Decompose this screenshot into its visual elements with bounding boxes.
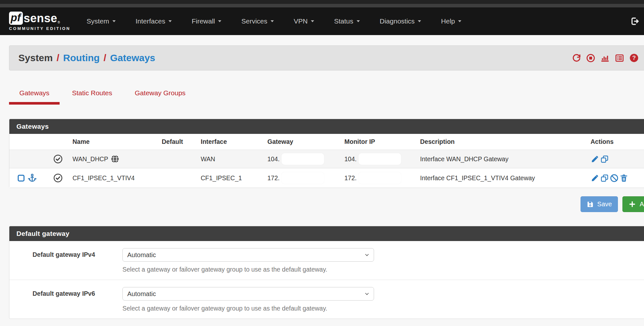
gateways-panel: Gateways Name Default Interface Gateway … [9,119,644,188]
copy-button[interactable] [600,155,609,163]
default-gateway-ipv6-label: Default gateway IPv6 [33,287,122,312]
help-icon: ? [629,53,639,63]
menu-item-firewall[interactable]: Firewall [192,17,221,25]
redaction-blur [282,153,324,165]
form-row-ipv4: Default gateway IPv4 Automatic Select a … [9,241,644,280]
globe-icon [111,154,120,163]
menu-label: Status [334,17,353,25]
save-button[interactable]: Save [581,196,618,212]
breadcrumb-separator: / [103,52,106,63]
default-gateway-ipv4-label: Default gateway IPv4 [33,248,122,273]
table-row: CF1_IPSEC_1_VTIV4 CF1_IPSEC_1 172. 172. … [9,168,644,188]
monitor-ip: 172. [344,174,357,182]
gateway-address-cell: 172. [267,172,344,184]
pfsense-wordmark: pf sense ® [9,12,71,25]
default-gateway-ipv4-select-wrap: Automatic [122,248,374,262]
copy-icon [600,174,609,182]
default-gateway-ipv6-help: Select a gateway or failover gateway gro… [122,305,644,312]
status-cell [9,150,72,168]
caret-down-icon [112,20,116,22]
stop-button[interactable] [586,53,595,63]
panel-title: Default gateway [9,226,644,241]
menu-item-vpn[interactable]: VPN [294,17,314,25]
page-content: System / Routing / Gateways [9,45,644,319]
add-label: Add [639,200,644,208]
caret-down-icon [311,20,314,22]
column-description: Description [420,138,591,145]
breadcrumb-system: System [18,52,53,63]
default-gateway-ipv6-select[interactable]: Automatic [122,287,374,301]
svg-text:?: ? [632,55,636,61]
tab-static-routes[interactable]: Static Routes [62,85,122,105]
redaction-blur [359,172,401,184]
plus-icon [629,200,636,208]
add-button[interactable]: Add [622,196,644,212]
edit-button[interactable] [591,155,599,163]
window-chrome-strip [0,4,644,7]
brand-logo[interactable]: pf sense ® COMMUNITY EDITION [9,12,71,31]
pfsense-logo-pf: pf [9,12,23,25]
disable-button[interactable] [610,174,619,182]
menu-item-services[interactable]: Services [241,17,274,25]
gateway-address-cell: 104. [267,153,344,165]
menu-item-help[interactable]: Help [441,17,461,25]
main-menu: System Interfaces Firewall Services VPN … [87,17,462,25]
copy-button[interactable] [600,174,609,182]
table-row: WAN_DHCP WAN 104. 104. [9,150,644,168]
default-gateway-ipv4-select[interactable]: Automatic [122,248,374,262]
actions-cell [591,155,644,163]
copy-icon [600,155,609,163]
logout-button[interactable] [630,16,640,26]
sign-out-icon [630,16,640,26]
column-default: Default [162,138,201,145]
redaction-blur [359,153,401,165]
log-button[interactable] [615,53,624,63]
gateway-name: CF1_IPSEC_1_VTIV4 [72,174,135,182]
check-circle-icon [53,173,63,183]
tab-gateways[interactable]: Gateways [9,85,60,105]
menu-label: Firewall [192,17,215,25]
refresh-button[interactable] [572,53,581,63]
status-cell [9,168,72,188]
caret-down-icon [418,20,421,22]
monitoring-button[interactable] [600,53,610,63]
menu-item-interfaces[interactable]: Interfaces [136,17,172,25]
edit-icon [591,174,599,182]
actions-bar: Save Add [9,196,644,212]
actions-cell [591,174,644,182]
breadcrumb-link-gateways[interactable]: Gateways [110,52,155,63]
menu-label: Diagnostics [380,17,415,25]
column-monitor-ip: Monitor IP [344,138,420,145]
menu-item-system[interactable]: System [87,17,116,25]
description-cell: Interface CF1_IPSEC_1_VTIV4 Gateway [420,174,591,182]
breadcrumb-link-routing[interactable]: Routing [63,52,100,63]
save-label: Save [597,200,612,208]
form-row-ipv6: Default gateway IPv6 Automatic Select a … [9,280,644,319]
navbar: pf sense ® COMMUNITY EDITION System Inte… [0,7,644,35]
gateway-name: WAN_DHCP [72,155,108,163]
menu-label: System [87,17,109,25]
edit-button[interactable] [591,174,599,182]
gateway-name-cell: WAN_DHCP [72,154,162,163]
menu-label: Services [241,17,267,25]
window-chrome-top [0,0,644,4]
gateway-address: 172. [267,174,280,182]
table-header-row: Name Default Interface Gateway Monitor I… [9,134,644,150]
gateway-name-cell: CF1_IPSEC_1_VTIV4 [72,174,162,182]
edit-icon [591,155,599,163]
column-gateway: Gateway [267,138,344,145]
monitor-ip: 104. [344,155,357,163]
community-edition-label: COMMUNITY EDITION [9,26,71,31]
monitor-ip-cell: 172. [344,172,420,184]
registered-mark: ® [58,21,60,24]
delete-button[interactable] [620,174,628,182]
breadcrumb: System / Routing / Gateways [9,45,644,70]
column-interface: Interface [201,138,267,145]
tab-bar: Gateways Static Routes Gateway Groups [9,85,644,105]
menu-item-status[interactable]: Status [334,17,360,25]
menu-item-diagnostics[interactable]: Diagnostics [380,17,421,25]
help-button[interactable]: ? [629,53,639,63]
default-gateway-ipv4-help: Select a gateway or failover gateway gro… [122,266,644,273]
tab-gateway-groups[interactable]: Gateway Groups [124,85,196,105]
save-icon [587,201,594,208]
